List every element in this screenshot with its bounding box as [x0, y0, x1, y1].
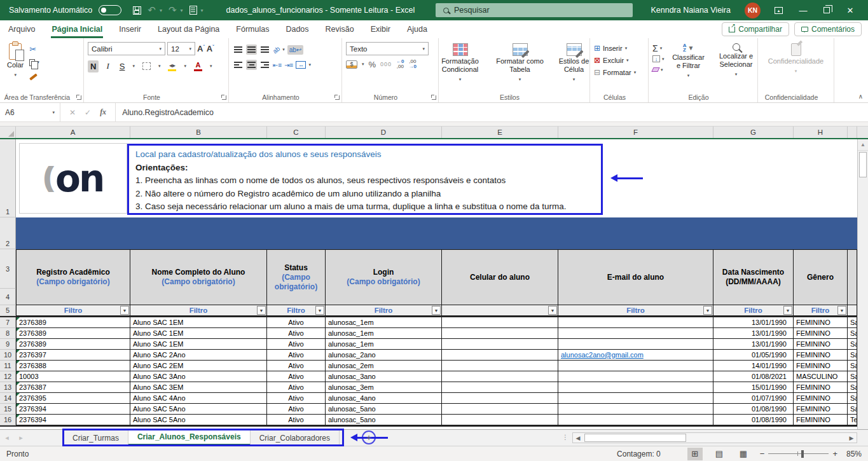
- cell[interactable]: Ativo: [267, 328, 326, 339]
- bold-button[interactable]: N: [88, 60, 99, 72]
- cell[interactable]: 2376389: [16, 317, 130, 328]
- row-header-16[interactable]: 16: [0, 415, 16, 425]
- cell[interactable]: [558, 361, 713, 371]
- format-as-table-button[interactable]: Formatar como Tabela▾: [491, 42, 549, 85]
- cell[interactable]: alunosac_5ano: [326, 415, 442, 425]
- filter-dropdown-icon[interactable]: ▼: [257, 306, 266, 315]
- filter-dropdown-icon[interactable]: ▼: [315, 306, 324, 315]
- cell[interactable]: [442, 382, 558, 393]
- search-input[interactable]: Pesquisar: [436, 3, 633, 17]
- cell[interactable]: 10003: [16, 371, 130, 382]
- increase-decimal-icon[interactable]: ←0,00: [396, 59, 404, 69]
- filter-cell[interactable]: [848, 305, 857, 316]
- column-header-overflow[interactable]: [848, 127, 857, 138]
- zoom-in-button[interactable]: +: [832, 449, 837, 458]
- cell[interactable]: Aluno SAC 3Ano: [130, 371, 267, 382]
- decrease-indent-icon[interactable]: ⇤≡: [273, 62, 282, 69]
- cell[interactable]: 14/01/1990: [713, 361, 794, 371]
- tab-exibir[interactable]: Exibir: [362, 20, 399, 38]
- overflow-cell[interactable]: Sa: [848, 361, 857, 371]
- overflow-cell[interactable]: Sa: [848, 371, 857, 382]
- decrease-font-icon[interactable]: Aˇ: [207, 44, 214, 53]
- font-name-select[interactable]: Calibri▾: [88, 42, 165, 55]
- cell[interactable]: [442, 317, 558, 328]
- cell[interactable]: 2376388: [16, 361, 130, 371]
- align-right-button[interactable]: [259, 60, 270, 69]
- redo-icon[interactable]: ↷: [169, 4, 177, 16]
- table-header-cell[interactable]: Registro Acadêmico(Campo obrigatório): [16, 249, 130, 305]
- page-layout-view-button[interactable]: ▤: [712, 448, 727, 460]
- filter-dropdown-icon[interactable]: ▼: [432, 306, 441, 315]
- overflow-cell[interactable]: Sa: [848, 393, 857, 404]
- row-header-11[interactable]: 11: [0, 361, 16, 371]
- restore-button[interactable]: [823, 7, 830, 13]
- font-color-button[interactable]: A: [191, 60, 205, 72]
- column-header-B[interactable]: B: [130, 127, 267, 138]
- conditional-formatting-button[interactable]: Formatação Condicional▾: [432, 42, 488, 85]
- cell[interactable]: 01/05/1990: [713, 350, 794, 361]
- cell[interactable]: FEMININO: [794, 415, 848, 425]
- cell[interactable]: Aluno SAC 3EM: [130, 382, 267, 393]
- format-cells-button[interactable]: ⊟Formatar▾: [594, 66, 644, 78]
- cell[interactable]: Aluno SAC 1EM: [130, 339, 267, 350]
- cell[interactable]: alunosac_2ano: [326, 350, 442, 361]
- fill-color-button[interactable]: ◂▸: [165, 60, 179, 72]
- cell[interactable]: [558, 371, 713, 382]
- cell[interactable]: 2376395: [16, 393, 130, 404]
- cell[interactable]: Ativo: [267, 371, 326, 382]
- zoom-slider-thumb[interactable]: [801, 450, 804, 458]
- filter-cell[interactable]: Filtro▼: [794, 305, 848, 316]
- paste-button[interactable]: Colar ▾: [4, 42, 27, 81]
- cell[interactable]: 13/01/1990: [713, 339, 794, 350]
- filter-dropdown-icon[interactable]: ▼: [783, 306, 792, 315]
- insert-cells-button[interactable]: ⊞Inserir▾: [594, 42, 644, 54]
- cell[interactable]: 2376389: [16, 328, 130, 339]
- find-select-button[interactable]: Localizar e Selecionar▾: [713, 42, 760, 81]
- table-header-cell[interactable]: Status(Campo obrigatório): [267, 249, 326, 305]
- percent-style-button[interactable]: %: [369, 60, 376, 69]
- tab-splitter-handle[interactable]: ⋮: [562, 434, 569, 441]
- row-header-15[interactable]: 15: [0, 404, 16, 415]
- orientation-icon[interactable]: ab: [272, 45, 282, 55]
- cell[interactable]: Ativo: [267, 404, 326, 415]
- cell[interactable]: [442, 328, 558, 339]
- cancel-icon[interactable]: ✕: [69, 108, 76, 117]
- cell[interactable]: FEMININO: [794, 404, 848, 415]
- align-center-button[interactable]: [246, 60, 257, 69]
- cell[interactable]: FEMININO: [794, 328, 848, 339]
- cell[interactable]: alunosac_3em: [326, 382, 442, 393]
- filter-dropdown-icon[interactable]: ▼: [703, 306, 712, 315]
- row-header-10[interactable]: 10: [0, 350, 16, 361]
- align-bottom-button[interactable]: [259, 45, 270, 54]
- number-format-select[interactable]: Texto▾: [346, 42, 429, 55]
- cell[interactable]: FEMININO: [794, 317, 848, 328]
- email-link[interactable]: alunosac2ano@gmail.com: [561, 351, 644, 359]
- tab-pagina-inicial[interactable]: Página Inicial: [43, 20, 111, 38]
- filter-dropdown-icon[interactable]: ▼: [548, 306, 557, 315]
- dialog-launcher-icon[interactable]: [432, 95, 436, 100]
- touch-mode-icon[interactable]: [189, 6, 197, 15]
- scroll-left-icon[interactable]: ◀: [573, 435, 583, 441]
- cell[interactable]: [442, 361, 558, 371]
- column-header-F[interactable]: F: [558, 127, 713, 138]
- cell[interactable]: 15/01/1990: [713, 382, 794, 393]
- minimize-button[interactable]: —: [797, 6, 809, 15]
- cell[interactable]: FEMININO: [794, 350, 848, 361]
- dialog-launcher-icon[interactable]: [335, 95, 340, 100]
- overflow-cell[interactable]: Sa: [848, 328, 857, 339]
- overflow-cell[interactable]: Sa: [848, 350, 857, 361]
- tab-ajuda[interactable]: Ajuda: [399, 20, 436, 38]
- select-all-button[interactable]: [0, 127, 16, 138]
- delete-cells-button[interactable]: ⊠Excluir▾: [594, 54, 644, 66]
- enter-icon[interactable]: ✓: [85, 108, 91, 117]
- tab-revisao[interactable]: Revisão: [317, 20, 362, 38]
- column-header-A[interactable]: A: [16, 127, 130, 138]
- cell[interactable]: Ativo: [267, 350, 326, 361]
- cell[interactable]: Aluno SAC 5Ano: [130, 404, 267, 415]
- cell[interactable]: [442, 393, 558, 404]
- cell[interactable]: [442, 350, 558, 361]
- new-sheet-button[interactable]: +: [362, 430, 376, 444]
- italic-button[interactable]: I: [104, 60, 111, 72]
- filter-cell[interactable]: Filtro▼: [267, 305, 326, 316]
- share-button[interactable]: Compartilhar: [722, 22, 789, 36]
